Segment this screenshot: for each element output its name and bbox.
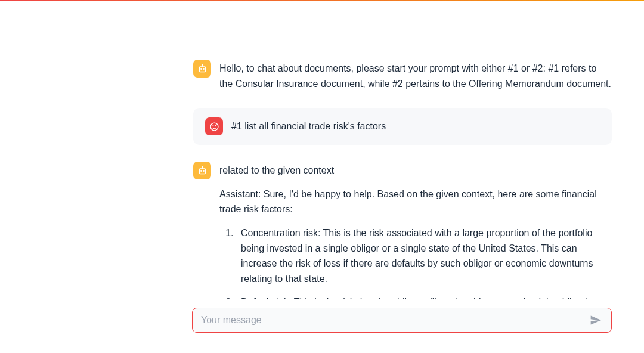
svg-point-12 [202,166,202,167]
message-bot-greeting: Hello, to chat about documents, please s… [193,60,612,91]
user-icon [209,122,219,132]
list-item: Default risk: This is the risk that the … [236,295,612,299]
top-accent-bar [0,0,644,1]
greeting-text: Hello, to chat about documents, please s… [219,63,611,89]
response-intro: related to the given context [219,163,612,178]
svg-rect-8 [199,169,205,174]
svg-point-1 [200,68,201,69]
message-text: Hello, to chat about documents, please s… [219,60,612,91]
chat-messages: Hello, to chat about documents, please s… [193,60,612,299]
bot-avatar [193,60,211,78]
send-button[interactable] [589,313,603,327]
svg-point-5 [210,123,218,131]
message-bot-response: related to the given context Assistant: … [193,162,612,299]
svg-point-10 [203,170,203,171]
message-text: #1 list all financial trade risk's facto… [231,117,600,134]
response-lead: Assistant: Sure, I'd be happy to help. B… [219,187,612,217]
bot-avatar [193,162,211,179]
user-query-text: #1 list all financial trade risk's facto… [231,121,386,131]
item-partial: Default risk: This is the risk that the … [241,297,605,299]
svg-point-9 [200,170,201,171]
message-input[interactable] [201,315,589,326]
message-text: related to the given context Assistant: … [219,162,612,299]
bot-icon [197,166,208,176]
message-user-query: #1 list all financial trade risk's facto… [193,108,612,145]
item-title: Concentration risk: [241,228,320,238]
response-list: Concentration risk: This is the risk ass… [219,225,612,299]
svg-point-7 [215,125,216,126]
send-icon [590,314,602,326]
message-input-bar[interactable] [192,308,612,333]
svg-point-4 [202,64,202,65]
user-avatar [205,117,223,135]
svg-point-2 [203,68,203,69]
svg-rect-0 [199,66,205,72]
svg-point-6 [212,125,213,126]
list-item: Concentration risk: This is the risk ass… [236,225,612,286]
bot-icon [197,64,208,74]
